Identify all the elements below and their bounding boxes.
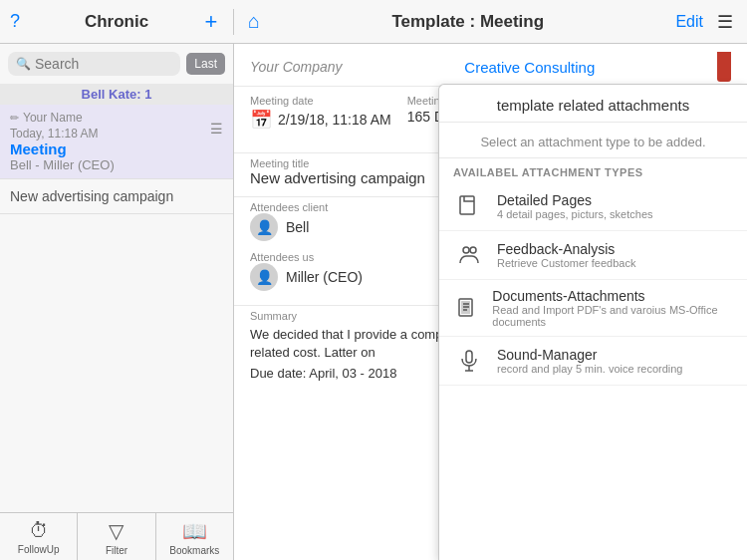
list-item[interactable]: ✏ Your Name Today, 11:18 AM Meeting Bell… — [0, 105, 233, 179]
reorder-icon: ☰ — [210, 121, 223, 137]
last-button[interactable]: Last — [186, 53, 225, 75]
search-icon: 🔍 — [16, 57, 31, 71]
search-input-wrapper[interactable]: 🔍 — [8, 52, 180, 76]
meeting-date-group: Meeting date 📅 2/19/18, 11:18 AM — [250, 95, 391, 131]
feedback-icon — [453, 239, 485, 271]
sound-desc: record and play 5 min. voice recording — [497, 363, 682, 375]
popup-title: template related attachments — [439, 85, 747, 123]
your-name-label: Your Name — [23, 111, 83, 125]
right-controls: Edit ☰ — [675, 11, 733, 33]
sound-text: Sound-Manager record and play 5 min. voi… — [497, 347, 682, 375]
documents-icon — [453, 292, 480, 324]
pencil-icon: ✏ — [10, 112, 19, 125]
feedback-name: Feedback-Analysis — [497, 241, 635, 257]
company-name: Your Company — [250, 59, 343, 75]
right-panel: Your Company Creative Consulting Meeting… — [234, 44, 747, 560]
svg-point-1 — [463, 247, 469, 253]
edit-button[interactable]: Edit — [675, 13, 703, 31]
svg-rect-8 — [466, 351, 472, 363]
top-bar-right: ⌂ Template : Meeting Edit ☰ — [234, 10, 747, 33]
documents-text: Documents-Attachments Read and Import PD… — [492, 288, 733, 328]
attachment-item-documents[interactable]: Documents-Attachments Read and Import PD… — [439, 280, 747, 337]
top-bar: ? Chronic + ⌂ Template : Meeting Edit ☰ — [0, 0, 747, 44]
tab-filter[interactable]: ▽ Filter — [78, 513, 155, 560]
name-tag: ✏ Your Name — [10, 111, 115, 125]
search-input[interactable] — [35, 56, 172, 72]
calendar-icon: 📅 — [250, 109, 272, 131]
list-item-content: ✏ Your Name Today, 11:18 AM Meeting Bell… — [10, 111, 115, 172]
bookmarks-label: Bookmarks — [169, 545, 219, 556]
attendee-client-name: Bell — [286, 219, 309, 235]
section-header: Bell Kate: 1 — [0, 84, 233, 105]
attendee-us-avatar: 👤 — [250, 263, 278, 291]
app-title: Chronic — [85, 12, 148, 32]
client-name[interactable]: Creative Consulting — [464, 59, 595, 76]
menu-icon[interactable]: ☰ — [717, 11, 733, 33]
meeting-date-value: 2/19/18, 11:18 AM — [278, 112, 391, 128]
sidebar: 🔍 Last Bell Kate: 1 ✏ Your Name Today, 1… — [0, 44, 234, 560]
main-content: 🔍 Last Bell Kate: 1 ✏ Your Name Today, 1… — [0, 44, 747, 560]
svg-rect-0 — [460, 196, 474, 214]
tab-followup[interactable]: ⏱ FollowUp — [0, 513, 78, 560]
feedback-desc: Retrieve Customer feedback — [497, 257, 635, 269]
filter-icon: ▽ — [109, 519, 124, 543]
popup-subtitle: Select an attachment type to be added. — [439, 123, 747, 158]
sidebar-item-campaign[interactable]: New advertising campaign — [0, 179, 233, 214]
bookmarks-icon: 📖 — [182, 519, 207, 543]
search-bar: 🔍 Last — [0, 44, 233, 84]
add-button[interactable]: + — [199, 9, 223, 35]
attachment-item-sound[interactable]: Sound-Manager record and play 5 min. voi… — [439, 337, 747, 386]
sub-title: Bell - Miller (CEO) — [10, 157, 115, 172]
documents-desc: Read and Import PDF's and varoius MS-Off… — [492, 304, 733, 328]
detailed-pages-desc: 4 detail pages, picturs, sketches — [497, 208, 653, 220]
detailed-pages-name: Detailed Pages — [497, 192, 653, 208]
help-button[interactable]: ? — [10, 11, 34, 32]
svg-point-2 — [470, 247, 476, 253]
documents-name: Documents-Attachments — [492, 288, 733, 304]
attendee-client-avatar: 👤 — [250, 213, 278, 241]
filter-label: Filter — [106, 545, 127, 556]
bookmark-tab — [717, 52, 731, 82]
attachment-types-label: AVAILABEL ATTACHMENT TYPES — [439, 158, 747, 182]
attachment-item-detailed-pages[interactable]: Detailed Pages 4 detail pages, picturs, … — [439, 182, 747, 231]
campaign-text: New advertising campaign — [10, 188, 173, 204]
sound-name: Sound-Manager — [497, 347, 682, 363]
followup-label: FollowUp — [18, 544, 60, 555]
followup-icon: ⏱ — [29, 519, 49, 542]
feedback-text: Feedback-Analysis Retrieve Customer feed… — [497, 241, 635, 269]
attachment-item-feedback[interactable]: Feedback-Analysis Retrieve Customer feed… — [439, 231, 747, 280]
tab-bookmarks[interactable]: 📖 Bookmarks — [156, 513, 233, 560]
sidebar-bottom: ⏱ FollowUp ▽ Filter 📖 Bookmarks — [0, 512, 233, 560]
home-icon[interactable]: ⌂ — [248, 10, 260, 33]
detailed-pages-icon — [453, 190, 485, 222]
record-header: Your Company Creative Consulting — [234, 44, 747, 87]
detailed-pages-text: Detailed Pages 4 detail pages, picturs, … — [497, 192, 653, 220]
page-title: Template : Meeting — [391, 12, 544, 32]
meeting-date-value-row: 📅 2/19/18, 11:18 AM — [250, 109, 391, 131]
sound-icon — [453, 345, 485, 377]
attendee-us-name: Miller (CEO) — [286, 269, 363, 285]
attachment-popup: template related attachments Select an a… — [438, 84, 747, 560]
sidebar-spacer — [0, 214, 233, 512]
meeting-title: Meeting — [10, 140, 67, 157]
top-bar-left: ? Chronic + — [0, 9, 234, 35]
meeting-date-label: Meeting date — [250, 95, 391, 107]
timestamp: Today, 11:18 AM — [10, 127, 115, 140]
